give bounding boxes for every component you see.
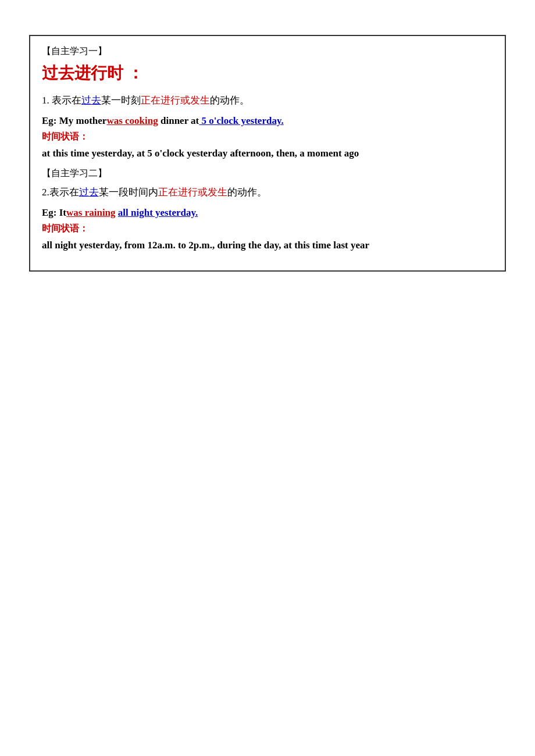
page-title: 过去进行时 ： [42, 62, 493, 84]
eg1-text-before: My mother [57, 115, 107, 126]
eg1-line: Eg: My motherwas cooking dinner at 5 o'c… [42, 113, 493, 129]
point1-text2: 某一时刻 [101, 95, 141, 106]
point-2: 2.表示在过去某一段时间内正在进行或发生的动作。 [42, 184, 493, 200]
main-content-box: 【自主学习一】 过去进行时 ： 1. 表示在过去某一时刻正在进行或发生的动作。 … [29, 35, 506, 272]
eg2-verb: was raining [66, 207, 116, 218]
point2-underline: 过去 [79, 187, 99, 198]
eg1-verb: was cooking [106, 115, 158, 126]
point1-text3: 的动作。 [210, 95, 249, 106]
point2-text2: 某一段时间内 [99, 187, 158, 198]
eg2-text-before: It [57, 207, 67, 218]
eg2-time-phrase: all night yesterday. [118, 207, 198, 218]
point2-highlight: 正在进行或发生 [158, 187, 227, 198]
eg1-time-phrase: 5 o'clock yesterday. [199, 115, 283, 126]
point1-text-before: 1. 表示在 [42, 95, 81, 106]
point1-underline: 过去 [81, 95, 101, 106]
time-content-1: at this time yesterday, at 5 o'clock yes… [42, 145, 493, 161]
point1-highlight: 正在进行或发生 [141, 95, 210, 106]
point2-text3: 的动作。 [227, 187, 267, 198]
section-label-2: 【自主学习二】 [42, 167, 493, 180]
time-content-2: all night yesterday, from 12a.m. to 2p.m… [42, 237, 493, 253]
point2-text-before: 2.表示在 [42, 187, 79, 198]
eg1-label: Eg: [42, 115, 57, 126]
time-label-1: 时间状语： [42, 131, 493, 143]
eg2-line: Eg: Itwas raining all night yesterday. [42, 205, 493, 220]
eg1-text-after: dinner at [158, 115, 199, 126]
section-label-1: 【自主学习一】 [42, 45, 493, 58]
time-label-2: 时间状语： [42, 223, 493, 235]
eg2-label: Eg: [42, 207, 57, 218]
point-1: 1. 表示在过去某一时刻正在进行或发生的动作。 [42, 92, 493, 108]
